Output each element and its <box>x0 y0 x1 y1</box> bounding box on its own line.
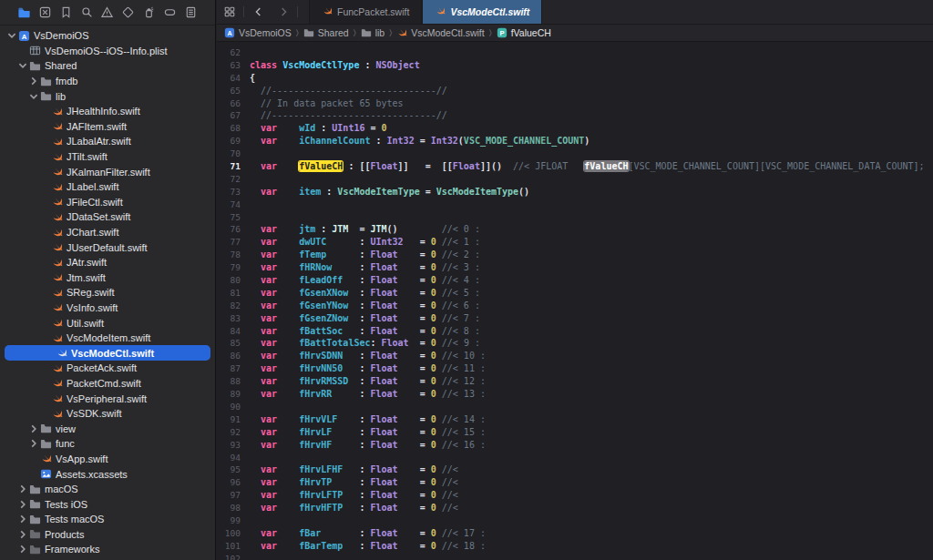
sidebar-item-vsdemoios[interactable]: AVsDemoiOS <box>0 28 215 44</box>
tab-vscmodectl-swift[interactable]: VscModeCtl.swift <box>422 0 542 24</box>
line-number[interactable]: 66 <box>217 97 241 110</box>
breadcrumb-item-vscmodectl-swift[interactable]: VscModeCtl.swift <box>396 27 485 38</box>
sidebar-item-juserdefault-swift[interactable]: JUserDefault.swift <box>0 239 215 255</box>
line-number[interactable]: 79 <box>217 261 241 274</box>
line-number[interactable]: 96 <box>217 476 241 489</box>
tab-overview-button[interactable] <box>217 0 241 24</box>
line-number[interactable]: 82 <box>217 300 241 312</box>
chevron-right-icon[interactable] <box>17 529 28 540</box>
line-number[interactable]: 71 <box>217 160 241 173</box>
sidebar-item-vsinfo-swift[interactable]: VsInfo.swift <box>0 300 215 316</box>
line-number[interactable]: 75 <box>217 211 241 224</box>
breadcrumb-item-vsdemoios[interactable]: AVsDemoiOS <box>224 27 292 38</box>
chevron-right-icon[interactable] <box>28 76 39 87</box>
line-number[interactable]: 99 <box>217 514 241 527</box>
line-number[interactable]: 67 <box>217 109 241 122</box>
line-number[interactable]: 97 <box>217 489 241 502</box>
breakpoints-navigator-icon[interactable] <box>162 5 178 20</box>
tests-navigator-icon[interactable] <box>120 5 136 20</box>
sidebar-item-view[interactable]: view <box>0 421 215 436</box>
issues-navigator-icon[interactable] <box>99 5 115 20</box>
line-number[interactable]: 93 <box>217 439 241 452</box>
chevron-right-icon[interactable] <box>17 484 28 494</box>
line-number[interactable]: 77 <box>217 236 241 249</box>
forward-button[interactable] <box>271 0 295 24</box>
line-number[interactable]: 102 <box>217 553 241 560</box>
breadcrumb-item-fvaluech[interactable]: PfValueCH <box>497 27 551 38</box>
sidebar-item-fmdb[interactable]: fmdb <box>0 74 215 89</box>
breadcrumb-item-lib[interactable]: lib <box>361 27 385 38</box>
sidebar-item-jchart-swift[interactable]: JChart.swift <box>0 225 215 240</box>
sidebar-item-jkalmanfilter-swift[interactable]: JKalmanFilter.swift <box>0 164 215 179</box>
sidebar-item-jtilt-swift[interactable]: JTilt.swift <box>0 149 215 165</box>
line-number[interactable]: 68 <box>217 122 241 135</box>
chevron-right-icon[interactable] <box>17 544 28 555</box>
sidebar-item-vsperipheral-swift[interactable]: VsPeripheral.swift <box>0 391 215 406</box>
tab-funcpacket-swift[interactable]: FuncPacket.swift <box>309 0 422 24</box>
project-navigator-icon[interactable] <box>16 5 32 20</box>
sidebar-item-vsapp-swift[interactable]: VsApp.swift <box>0 452 215 467</box>
back-button[interactable] <box>246 0 271 24</box>
line-number[interactable]: 86 <box>217 350 241 362</box>
line-number[interactable]: 72 <box>217 173 241 186</box>
sidebar-item-vscmodeitem-swift[interactable]: VscModeItem.swift <box>0 331 215 346</box>
sidebar-item-tests-ios[interactable]: Tests iOS <box>0 496 215 512</box>
line-number[interactable]: 64 <box>217 72 241 85</box>
line-number[interactable]: 83 <box>217 312 241 325</box>
line-number[interactable]: 89 <box>217 388 241 401</box>
line-number[interactable]: 85 <box>217 337 241 350</box>
debug-navigator-icon[interactable] <box>141 5 157 20</box>
chevron-right-icon[interactable] <box>28 438 39 449</box>
sidebar-item-jafitem-swift[interactable]: JAFItem.swift <box>0 119 215 135</box>
line-number[interactable]: 65 <box>217 85 241 97</box>
sidebar-item-packetack-swift[interactable]: PacketAck.swift <box>0 361 215 376</box>
sidebar-item-tests-macos[interactable]: Tests macOS <box>0 512 215 527</box>
line-number[interactable]: 74 <box>217 199 241 211</box>
line-number[interactable]: 76 <box>217 223 241 236</box>
sidebar-item-shared[interactable]: Shared <box>0 58 215 74</box>
sidebar-item-vscmodectl-swift[interactable]: VscModeCtl.swift <box>5 345 210 361</box>
breadcrumb-item-shared[interactable]: Shared <box>303 27 349 38</box>
code-editor[interactable]: 6263class VscModeCtlType : NSObject64{65… <box>217 43 933 560</box>
sidebar-item-jtm-swift[interactable]: Jtm.swift <box>0 270 215 286</box>
sidebar-item-jatr-swift[interactable]: JAtr.swift <box>0 255 215 270</box>
line-number[interactable]: 90 <box>217 401 241 413</box>
sidebar-item-jfilectl-swift[interactable]: JFileCtl.swift <box>0 195 215 210</box>
chevron-right-icon[interactable] <box>17 499 28 510</box>
line-number[interactable]: 81 <box>217 287 241 300</box>
line-number[interactable]: 92 <box>217 426 241 439</box>
line-number[interactable]: 70 <box>217 148 241 160</box>
chevron-right-icon[interactable] <box>28 423 39 434</box>
line-number[interactable]: 100 <box>217 527 241 540</box>
line-number[interactable]: 63 <box>217 59 241 72</box>
sidebar-item-packetcmd-swift[interactable]: PacketCmd.swift <box>0 376 215 392</box>
sidebar-item-jdataset-swift[interactable]: JDataSet.swift <box>0 209 215 225</box>
line-number[interactable]: 69 <box>217 135 241 148</box>
line-number[interactable]: 87 <box>217 362 241 375</box>
sidebar-item-jlabalatr-swift[interactable]: JLabalAtr.swift <box>0 134 215 149</box>
sidebar-item-sreg-swift[interactable]: SReg.swift <box>0 285 215 300</box>
sidebar-item-vssdk-swift[interactable]: VsSDK.swift <box>0 406 215 422</box>
find-navigator-icon[interactable] <box>79 5 95 20</box>
line-number[interactable]: 78 <box>217 249 241 261</box>
chevron-down-icon[interactable] <box>28 91 39 102</box>
line-number[interactable]: 80 <box>217 274 241 287</box>
sidebar-item-frameworks[interactable]: Frameworks <box>0 542 215 557</box>
sidebar-item-jlabel-swift[interactable]: JLabel.swift <box>0 179 215 195</box>
source-control-navigator-icon[interactable] <box>37 5 53 20</box>
sidebar-item-products[interactable]: Products <box>0 527 215 543</box>
sidebar-item-util-swift[interactable]: Util.swift <box>0 315 215 331</box>
sidebar-item-lib[interactable]: lib <box>0 88 215 104</box>
line-number[interactable]: 84 <box>217 325 241 338</box>
sidebar-item-jhealthinfo-swift[interactable]: JHealthInfo.swift <box>0 104 215 119</box>
line-number[interactable]: 94 <box>217 452 241 464</box>
sidebar-item-func[interactable]: func <box>0 436 215 452</box>
line-number[interactable]: 95 <box>217 463 241 476</box>
line-number[interactable]: 101 <box>217 540 241 553</box>
bookmarks-navigator-icon[interactable] <box>58 5 74 20</box>
line-number[interactable]: 73 <box>217 186 241 199</box>
chevron-down-icon[interactable] <box>17 60 28 71</box>
sidebar-item-macos[interactable]: macOS <box>0 482 215 497</box>
line-number[interactable]: 91 <box>217 413 241 426</box>
line-number[interactable]: 62 <box>217 46 241 59</box>
